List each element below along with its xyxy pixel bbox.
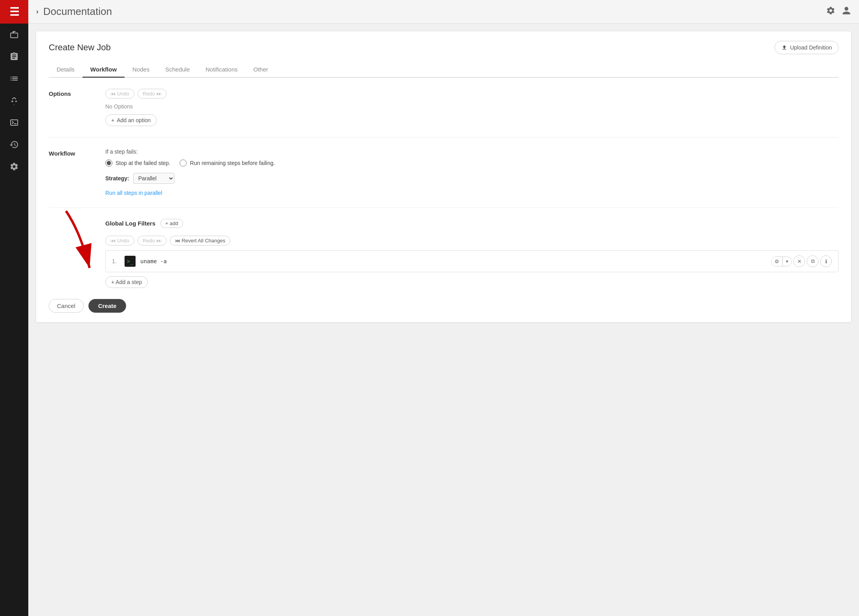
user-icon	[842, 6, 851, 15]
history-icon	[9, 140, 19, 149]
stop-radio[interactable]	[105, 160, 112, 167]
options-label: Options	[49, 89, 96, 126]
gear-icon	[826, 6, 835, 15]
add-option-button[interactable]: + Add an option	[105, 114, 157, 126]
workflow-label: Workflow	[49, 148, 96, 196]
logo-button[interactable]: ☰	[0, 0, 28, 24]
options-redo-button[interactable]: Redo ⏭	[138, 89, 167, 99]
step-settings-button[interactable]: ⚙ ▼	[771, 257, 792, 266]
run-radio[interactable]	[180, 160, 187, 167]
stop-option[interactable]: Stop at the failed step.	[105, 160, 170, 167]
add-step-button[interactable]: + Add a step	[105, 276, 148, 288]
workflow-content: If a step fails: Stop at the failed step…	[105, 148, 839, 196]
step-icon: >_	[125, 256, 136, 267]
step-1-item: 1. >_ uname -a ⚙ ▼ ✕ ⧉ ℹ	[105, 250, 839, 272]
tab-notifications[interactable]: Notifications	[198, 62, 246, 78]
sidebar-item-settings[interactable]	[0, 156, 28, 178]
cancel-button[interactable]: Cancel	[49, 299, 84, 313]
topbar: › Documentation	[28, 0, 859, 24]
redo-icon: ⏭	[156, 91, 162, 97]
options-undo-button[interactable]: ⏮ Undo	[105, 89, 134, 99]
step-1-number: 1.	[112, 258, 120, 264]
tab-other[interactable]: Other	[246, 62, 276, 78]
page-title: Create New Job	[49, 42, 111, 53]
sidebar-item-briefcase[interactable]	[0, 24, 28, 46]
bottom-actions: Cancel Create	[49, 299, 839, 313]
sidebar-item-history[interactable]	[0, 134, 28, 156]
step-delete-button[interactable]: ✕	[793, 255, 805, 267]
settings-button[interactable]	[826, 6, 835, 18]
upload-icon	[781, 44, 787, 51]
strategy-row: Strategy: Parallel Sequential	[105, 173, 839, 184]
topbar-title: Documentation	[43, 6, 821, 18]
sidebar-item-list[interactable]	[0, 68, 28, 90]
run-option[interactable]: Run remaining steps before failing.	[180, 160, 275, 167]
sidebar-item-network[interactable]	[0, 90, 28, 112]
strategy-label: Strategy:	[105, 175, 129, 182]
step-1-actions: ⚙ ▼ ✕ ⧉ ℹ	[771, 255, 832, 267]
steps-redo-icon: ⏭	[156, 238, 162, 244]
run-parallel-link[interactable]: Run all steps in parallel	[105, 190, 162, 196]
main-wrapper: › Documentation Create New Job Upload De…	[28, 0, 859, 616]
settings-icon	[9, 162, 19, 171]
plus-icon: +	[111, 117, 114, 123]
tab-details[interactable]: Details	[49, 62, 83, 78]
revert-all-button[interactable]: ⏮ Revert All Changes	[170, 236, 230, 246]
radio-group: Stop at the failed step. Run remaining s…	[105, 160, 839, 167]
terminal-step-icon: >_	[127, 258, 134, 264]
tab-schedule[interactable]: Schedule	[157, 62, 198, 78]
steps-container: 1. >_ uname -a ⚙ ▼ ✕ ⧉ ℹ	[105, 250, 839, 272]
step-command: uname -a	[140, 258, 766, 264]
terminal-icon	[9, 118, 19, 127]
sidebar-item-terminal[interactable]	[0, 112, 28, 134]
sidebar: ☰	[0, 0, 28, 616]
upload-definition-button[interactable]: Upload Definition	[775, 41, 839, 54]
steps-redo-button[interactable]: Redo ⏭	[138, 236, 167, 246]
strategy-select[interactable]: Parallel Sequential	[133, 173, 174, 184]
global-log-label: Global Log Filters	[105, 220, 156, 227]
step-caret-icon: ▼	[783, 258, 791, 265]
logo-icon: ☰	[9, 6, 19, 18]
expand-button[interactable]: ›	[36, 7, 39, 16]
if-step-fails-text: If a step fails:	[105, 148, 839, 155]
user-button[interactable]	[842, 6, 851, 18]
options-content: ⏮ Undo Redo ⏭ No Options + Add an option	[105, 89, 839, 126]
step-gear-icon: ⚙	[771, 257, 783, 266]
tab-nodes[interactable]: Nodes	[125, 62, 157, 78]
page-header: Create New Job Upload Definition	[49, 41, 839, 54]
tabs: Details Workflow Nodes Schedule Notifica…	[49, 62, 839, 78]
undo-icon: ⏮	[110, 91, 116, 97]
step-copy-button[interactable]: ⧉	[807, 255, 819, 267]
tab-workflow[interactable]: Workflow	[83, 62, 125, 78]
options-section: Options ⏮ Undo Redo ⏭ No Options	[49, 89, 839, 138]
revert-icon: ⏮	[175, 238, 180, 244]
sidebar-item-clipboard[interactable]	[0, 46, 28, 68]
page-card: Create New Job Upload Definition Details…	[36, 31, 851, 322]
options-action-btns: ⏮ Undo Redo ⏭	[105, 89, 839, 99]
steps-actions: ⏮ Undo Redo ⏭ ⏮ Revert All Changes	[105, 236, 839, 246]
step-info-button[interactable]: ℹ	[820, 255, 832, 267]
topbar-icons	[826, 6, 851, 18]
add-log-filter-button[interactable]: + add	[160, 219, 184, 228]
create-button[interactable]: Create	[88, 299, 127, 313]
content-area: Create New Job Upload Definition Details…	[28, 24, 859, 616]
steps-undo-icon: ⏮	[110, 238, 116, 244]
global-log-row: Global Log Filters + add	[105, 219, 839, 228]
list-icon	[9, 74, 19, 83]
no-options-text: No Options	[105, 103, 839, 110]
clipboard-icon	[9, 52, 19, 61]
workflow-section: Workflow If a step fails: Stop at the fa…	[49, 148, 839, 208]
briefcase-icon	[9, 30, 19, 39]
global-steps-area: Global Log Filters + add ⏮ Undo Redo ⏭	[105, 219, 839, 288]
network-icon	[9, 96, 19, 105]
steps-undo-button[interactable]: ⏮ Undo	[105, 236, 134, 246]
